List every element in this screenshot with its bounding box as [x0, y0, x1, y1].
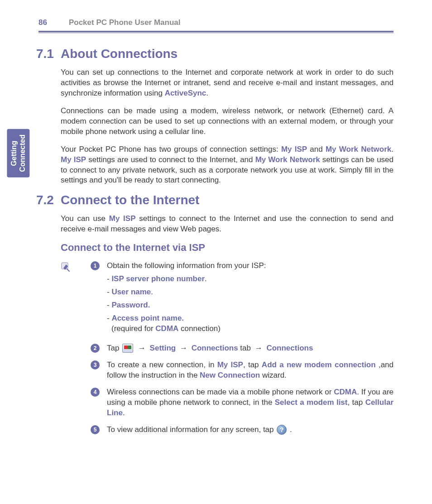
- body-paragraph: Connections can be made using a modem, w…: [61, 106, 394, 137]
- text-run: .: [123, 408, 125, 417]
- procedure-icon: [61, 262, 71, 272]
- text-run: You can use: [61, 214, 109, 223]
- dash: -: [107, 314, 111, 322]
- step-number-badge: 1: [91, 261, 100, 270]
- dash: -: [107, 274, 111, 283]
- arrow-separator: →: [178, 344, 189, 352]
- text-run: .: [391, 145, 394, 154]
- step-number-badge: 4: [91, 388, 100, 397]
- page-number: 86: [38, 18, 47, 27]
- arrow-separator: →: [136, 344, 148, 352]
- chapter-tab: Getting Connected: [7, 129, 29, 178]
- step-item: 5 To view additional information for any…: [91, 425, 394, 435]
- step-number-badge: 3: [91, 360, 100, 370]
- chapter-tab-line1: Getting: [10, 140, 18, 166]
- text-run: settings are used to connect to the Inte…: [86, 155, 255, 164]
- step-item: 4 Wireless connections can be made via a…: [91, 387, 394, 418]
- highlight-term: My ISP: [281, 145, 307, 154]
- text-run: Your Pocket PC Phone has two groups of c…: [61, 145, 281, 154]
- text-run: .: [205, 274, 207, 283]
- dash: -: [107, 301, 111, 309]
- sub-list-item: - Password.: [107, 300, 394, 311]
- chapter-tab-line2: Connected: [19, 134, 26, 172]
- body-paragraph: You can use My ISP settings to connect t…: [61, 214, 394, 235]
- page-header: 86 Pocket PC Phone User Manual: [38, 18, 394, 30]
- page-content: 7.1 About Connections You can set up con…: [36, 43, 394, 441]
- highlight-term: Connections: [266, 344, 313, 352]
- section-number: 7.2: [36, 193, 61, 207]
- highlight-term: My Work Network: [326, 145, 391, 154]
- header-rule: [38, 31, 394, 33]
- step-body: To create a new connection, in My ISP, t…: [107, 360, 394, 381]
- body-paragraph: You can set up connections to the Intern…: [61, 67, 394, 99]
- text-run: You can set up connections to the Intern…: [61, 68, 394, 97]
- help-icon: ?: [277, 425, 287, 435]
- highlight-term: User name: [111, 288, 151, 296]
- highlight-term: Password.: [111, 301, 150, 309]
- highlight-term: My ISP: [217, 360, 243, 369]
- sub-heading: Connect to the Internet via ISP: [61, 242, 394, 254]
- highlight-term: Select a modem list: [275, 398, 348, 407]
- highlight-term: ActiveSync: [165, 89, 206, 97]
- text-run: To create a new connection, in: [107, 360, 217, 369]
- step-item: 1 Obtain the following information from …: [91, 261, 394, 337]
- section-title: Connect to the Internet: [61, 193, 199, 207]
- text-run: , tap: [348, 398, 365, 407]
- step-number-badge: 5: [91, 425, 100, 434]
- manual-title: Pocket PC Phone User Manual: [69, 18, 181, 27]
- section-number: 7.1: [36, 47, 61, 61]
- step-body: Wireless connections can be made via a m…: [107, 387, 394, 418]
- section-heading: 7.2 Connect to the Internet: [36, 193, 394, 207]
- step-body: Tap → Setting → Connections tab → Connec…: [107, 343, 394, 354]
- highlight-term: My ISP: [61, 155, 86, 164]
- sub-note: (required for CDMA connection): [111, 324, 394, 334]
- text-run: and: [307, 145, 326, 154]
- text-run: tab: [238, 344, 251, 352]
- step-item: 2 Tap → Setting → Connections tab → Conn…: [91, 343, 394, 354]
- sub-list: - ISP server phone number. - User name. …: [107, 274, 394, 334]
- highlight-term: New Connection: [200, 371, 260, 379]
- highlight-term: My Work Network: [255, 155, 320, 164]
- highlight-term: My ISP: [109, 214, 136, 223]
- text-run: .: [151, 288, 153, 296]
- steps-area: 1 Obtain the following information from …: [61, 261, 394, 435]
- text-run: Obtain the following information from yo…: [107, 261, 266, 270]
- section-heading: 7.1 About Connections: [36, 47, 394, 61]
- highlight-term: CDMA: [155, 324, 178, 333]
- sub-list-item: - ISP server phone number.: [107, 274, 394, 284]
- step-body: Obtain the following information from yo…: [107, 261, 394, 337]
- highlight-term: Access point name.: [111, 314, 184, 322]
- text-run: .: [288, 425, 292, 434]
- section-title: About Connections: [61, 47, 178, 61]
- highlight-term: CDMA: [334, 388, 357, 396]
- text-run: (required for: [111, 324, 155, 333]
- sub-list-item: - Access point name. (required for CDMA …: [107, 313, 394, 334]
- step-body: To view additional information for any s…: [107, 425, 394, 435]
- text-run: To view additional information for any s…: [107, 425, 276, 434]
- text-run: Tap: [107, 344, 121, 352]
- highlight-term: Connections: [192, 344, 238, 352]
- sub-list-item: - User name.: [107, 287, 394, 298]
- text-run: Wireless connections can be made via a m…: [107, 388, 334, 396]
- highlight-term: ISP server phone number: [111, 274, 205, 283]
- highlight-term: Setting: [150, 344, 176, 352]
- text-run: , tap: [243, 360, 262, 369]
- text-run: wizard.: [260, 371, 287, 379]
- body-paragraph: Your Pocket PC Phone has two groups of c…: [61, 144, 394, 186]
- start-menu-icon: [122, 344, 133, 353]
- highlight-term: Add a new modem connection: [262, 360, 376, 369]
- dash: -: [107, 288, 111, 296]
- text-run: connection): [178, 324, 221, 333]
- arrow-separator: →: [253, 344, 264, 352]
- text-run: .: [206, 89, 208, 97]
- step-item: 3 To create a new connection, in My ISP,…: [91, 360, 394, 381]
- step-number-badge: 2: [91, 344, 100, 353]
